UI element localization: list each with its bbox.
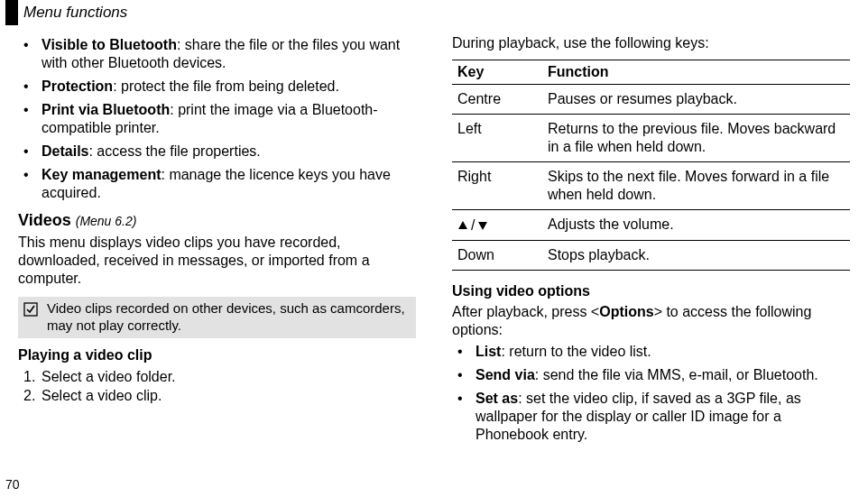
text-pre: After playback, press < (452, 304, 599, 319)
header-tab: Menu functions (5, 0, 127, 25)
list-item: •Key management: manage the licence keys… (18, 166, 416, 202)
page-number: 70 (5, 477, 20, 492)
bullet-marker: • (18, 101, 42, 137)
term-desc: : set the video clip, if saved as a 3GP … (476, 391, 801, 442)
after-playback-para: After playback, press <Options> to acces… (452, 303, 850, 339)
term: Send via (476, 367, 535, 382)
right-column: During playback, use the following keys:… (434, 34, 868, 479)
header-title: Menu functions (23, 4, 127, 22)
header-tab-marker (5, 0, 18, 25)
videos-heading-text: Videos (18, 211, 71, 229)
bullet-marker: • (18, 78, 42, 96)
key-cell-volume: / (452, 210, 542, 241)
bullet-marker: • (452, 366, 476, 384)
menu-reference: (Menu 6.2) (76, 214, 137, 228)
left-column: •Visible to Bluetooth: share the file or… (0, 34, 434, 479)
bullet-marker: • (18, 143, 42, 161)
slash: / (471, 216, 475, 235)
svg-rect-0 (24, 303, 37, 316)
list-item: •Visible to Bluetooth: share the file or… (18, 36, 416, 72)
note-icon (23, 300, 42, 320)
list-item: •Protection: protect the file from being… (18, 78, 416, 96)
term: Set as (476, 391, 518, 406)
playing-steps: 1.Select a video folder. 2.Select a vide… (18, 367, 416, 406)
options-bullet-list: •List: return to the video list. •Send v… (452, 343, 850, 444)
bullet-marker: • (452, 343, 476, 361)
function-cell: Returns to the previous file. Moves back… (542, 115, 850, 162)
options-label: Options (599, 304, 653, 319)
key-cell: Down (452, 240, 542, 270)
list-item: •Set as: set the video clip, if saved as… (452, 390, 850, 444)
step-text: Select a video clip. (42, 386, 162, 406)
note-text: Video clips recorded on other devices, s… (47, 300, 411, 335)
list-item: •Send via: send the file via MMS, e-mail… (452, 366, 850, 384)
term: Print via Bluetooth (42, 102, 170, 117)
table-row: Down Stops playback. (452, 240, 850, 270)
key-cell: Left (452, 115, 542, 162)
term-desc: : return to the video list. (501, 344, 651, 359)
bullet-marker: • (18, 36, 42, 72)
table-row: Left Returns to the previous file. Moves… (452, 115, 850, 162)
term: Details (42, 143, 88, 159)
playback-intro: During playback, use the following keys: (452, 34, 850, 52)
list-item: •Details: access the file properties. (18, 143, 416, 161)
table-header-function: Function (542, 60, 850, 85)
note-box: Video clips recorded on other devices, s… (18, 297, 416, 338)
term-desc: : send the file via MMS, e-mail, or Blue… (535, 367, 818, 382)
bullet-marker: • (452, 390, 476, 444)
videos-heading: Videos (Menu 6.2) (18, 211, 416, 230)
feature-bullet-list: •Visible to Bluetooth: share the file or… (18, 36, 416, 202)
function-cell: Adjusts the volume. (542, 210, 850, 241)
term: List (476, 344, 501, 359)
table-row: Centre Pauses or resumes playback. (452, 85, 850, 115)
using-video-options-heading: Using video options (452, 283, 850, 299)
videos-description: This menu displays video clips you have … (18, 234, 416, 288)
function-cell: Stops playback. (542, 240, 850, 270)
term-desc: : protect the file from being deleted. (113, 78, 339, 94)
key-cell: Right (452, 162, 542, 210)
step-number: 2. (18, 386, 42, 406)
list-item: 2.Select a video clip. (18, 386, 416, 406)
playing-heading: Playing a video clip (18, 347, 416, 364)
volume-up-down-icon: / (457, 216, 488, 235)
table-row: / Adjusts the volume. (452, 210, 850, 241)
bullet-marker: • (18, 166, 42, 202)
key-function-table: Key Function Centre Pauses or resumes pl… (452, 60, 850, 271)
table-row: Right Skips to the next file. Moves forw… (452, 162, 850, 210)
key-cell: Centre (452, 85, 542, 115)
function-cell: Skips to the next file. Moves forward in… (542, 162, 850, 210)
table-header-key: Key (452, 60, 542, 85)
list-item: •Print via Bluetooth: print the image vi… (18, 101, 416, 137)
list-item: 1.Select a video folder. (18, 367, 416, 387)
term-desc: : access the file properties. (88, 143, 260, 159)
list-item: •List: return to the video list. (452, 343, 850, 361)
term: Visible to Bluetooth (42, 37, 177, 52)
step-text: Select a video folder. (42, 367, 176, 387)
term: Key management (42, 167, 162, 182)
function-cell: Pauses or resumes playback. (542, 85, 850, 115)
step-number: 1. (18, 367, 42, 387)
term: Protection (42, 78, 113, 94)
